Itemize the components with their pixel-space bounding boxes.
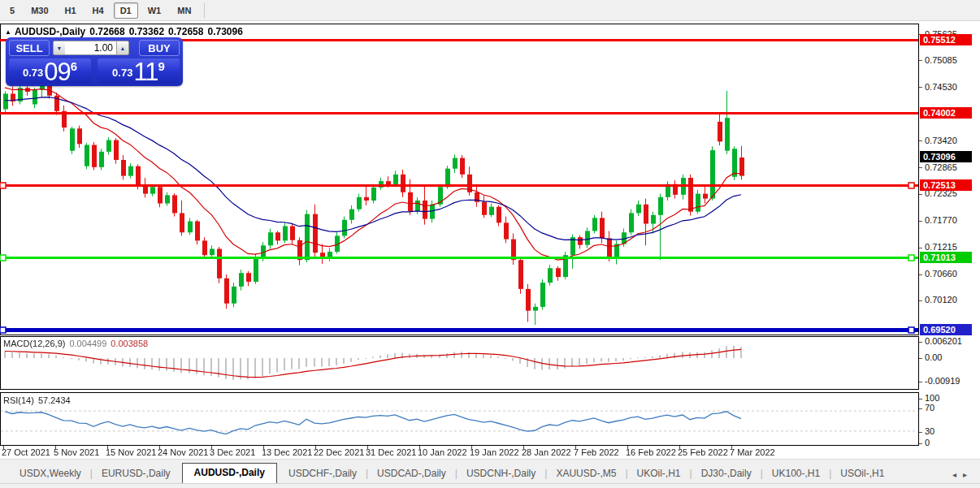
mt4-window: 5M30H1H4D1W1MN ▲AUDUSD-,Daily0.726680.73… bbox=[0, 0, 980, 488]
tab-eurusd-daily[interactable]: EURUSD-,Daily bbox=[93, 464, 179, 483]
sell-price-box[interactable]: 0.73 09 6 bbox=[9, 58, 91, 84]
date-label: 3 Dec 2021 bbox=[210, 447, 255, 457]
chevron-up-icon: ▲ bbox=[120, 45, 126, 51]
date-label: 27 Oct 2021 bbox=[2, 447, 50, 457]
chart-tabs-bar: USDX,Weekly|EURUSD-,DailyAUDUSD-,DailyUS… bbox=[0, 463, 980, 483]
price-scale-label: 0.74530 bbox=[919, 82, 957, 92]
date-label: 19 Jan 2022 bbox=[470, 447, 519, 457]
hline-price-tag-0.71013[interactable]: 0.71013 bbox=[920, 252, 972, 263]
timeframe-button-w1[interactable]: W1 bbox=[141, 2, 168, 19]
timeframe-button-d1[interactable]: D1 bbox=[114, 2, 138, 19]
macd-scale-label: -0.00919 bbox=[919, 376, 960, 386]
price-scale-label: 0.71770 bbox=[919, 215, 957, 225]
current-price-tag: 0.73096 bbox=[920, 151, 972, 162]
ohlc-open: 0.72668 bbox=[89, 26, 124, 37]
tab-ukoil-h1[interactable]: UKOil-,H1 bbox=[629, 464, 689, 483]
sell-price-prefix: 0.73 bbox=[23, 67, 43, 79]
hline-price-tag-0.72513[interactable]: 0.72513 bbox=[920, 179, 972, 191]
rsi-scale-label: 100 bbox=[919, 393, 939, 403]
date-label: 22 Dec 2021 bbox=[314, 447, 364, 457]
volume-down-button[interactable]: ▼ bbox=[53, 41, 66, 55]
rsi-scale-label: 0 bbox=[919, 438, 930, 447]
volume-input[interactable] bbox=[65, 41, 117, 55]
tab-usdx-weekly[interactable]: USDX,Weekly bbox=[11, 464, 89, 483]
tab-uk100-h1[interactable]: UK100-,H1 bbox=[764, 464, 828, 483]
collapse-panel-icon[interactable]: ▲ bbox=[5, 28, 11, 36]
status-bar bbox=[0, 483, 980, 488]
chevron-down-icon: ▼ bbox=[57, 45, 63, 51]
tab-usdcad-daily[interactable]: USDCAD-,Daily bbox=[369, 464, 454, 483]
chart-symbol: AUDUSD-,Daily bbox=[15, 26, 85, 37]
rsi-indicator-label: RSI(14)57.2434 bbox=[3, 395, 71, 405]
hline-price-tag-0.74002[interactable]: 0.74002 bbox=[920, 107, 972, 119]
rsi-name: RSI(14) bbox=[3, 395, 34, 405]
chart-title: ▲AUDUSD-,Daily0.726680.733620.726580.730… bbox=[5, 26, 247, 37]
chart-canvas[interactable] bbox=[0, 24, 919, 459]
timeframe-button-m30[interactable]: M30 bbox=[24, 2, 54, 19]
rsi-scale-label: 30 bbox=[919, 426, 934, 436]
timeframe-button-h4[interactable]: H4 bbox=[86, 2, 111, 19]
date-label: 24 Nov 2021 bbox=[158, 447, 208, 457]
date-label: 31 Dec 2021 bbox=[366, 447, 416, 457]
buy-price-pip: 9 bbox=[158, 59, 165, 73]
tab-scroll-right-icon[interactable]: ▸ bbox=[963, 470, 973, 479]
toolbar-separator bbox=[204, 3, 205, 18]
macd-scale-label: 0.00 bbox=[919, 352, 942, 362]
sell-price-big: 09 bbox=[44, 62, 70, 82]
tab-usoil-h1[interactable]: USOil-,H1 bbox=[832, 464, 892, 483]
buy-price-box[interactable]: 0.73 11 9 bbox=[98, 58, 180, 84]
tab-usdchf-daily[interactable]: USDCHF-,Daily bbox=[280, 464, 365, 483]
ohlc-low: 0.72658 bbox=[168, 26, 203, 37]
date-label: 13 Dec 2021 bbox=[262, 447, 312, 457]
buy-price-big: 11 bbox=[133, 62, 158, 82]
buy-button[interactable]: BUY bbox=[139, 40, 180, 56]
sell-button[interactable]: SELL bbox=[9, 40, 50, 56]
date-label: 7 Feb 2022 bbox=[574, 447, 619, 457]
date-label: 16 Feb 2022 bbox=[626, 447, 676, 457]
macd-value: 0.004499 bbox=[69, 339, 106, 348]
ohlc-high: 0.73362 bbox=[129, 26, 164, 37]
date-label: 15 Nov 2021 bbox=[106, 447, 156, 457]
price-axis: 0.756250.750850.745300.734200.728650.723… bbox=[919, 24, 980, 459]
tab-usdcnh-daily[interactable]: USDCNH-,Daily bbox=[458, 464, 544, 483]
tab-xauusd-m5[interactable]: XAUUSD-,M5 bbox=[548, 464, 624, 483]
tab-audusd-daily[interactable]: AUDUSD-,Daily bbox=[182, 463, 277, 483]
macd-scale-label: 0.006201 bbox=[919, 336, 962, 346]
hline-price-tag-0.75512[interactable]: 0.75512 bbox=[920, 34, 972, 45]
date-label: 5 Nov 2021 bbox=[54, 447, 99, 457]
date-label: 10 Jan 2022 bbox=[418, 447, 467, 457]
volume-up-button[interactable]: ▲ bbox=[116, 41, 129, 55]
rsi-scale-label: 70 bbox=[919, 403, 934, 412]
tab-scroll-arrows: ◂▸ bbox=[952, 470, 973, 479]
rsi-value: 57.2434 bbox=[38, 395, 71, 405]
price-scale-label: 0.72865 bbox=[919, 162, 957, 172]
macd-signal-value: 0.003858 bbox=[111, 339, 148, 348]
macd-indicator-label: MACD(12,26,9)0.0044990.003858 bbox=[3, 339, 148, 348]
hline-price-tag-0.69520[interactable]: 0.69520 bbox=[920, 324, 972, 335]
one-click-trading-panel: SELL ▼ ▲ BUY 0.73 09 6 0.73 11 9 bbox=[6, 37, 183, 86]
timeframe-toolbar: 5M30H1H4D1W1MN bbox=[0, 0, 980, 21]
timeframe-button-mn[interactable]: MN bbox=[171, 2, 197, 19]
price-scale-label: 0.75085 bbox=[919, 55, 957, 65]
tab-dj30-daily[interactable]: DJ30-,Daily bbox=[693, 464, 760, 483]
date-label: 25 Feb 2022 bbox=[678, 447, 728, 457]
date-label: 7 Mar 2022 bbox=[730, 447, 775, 457]
price-scale-label: 0.73420 bbox=[919, 136, 957, 145]
price-scale-label: 0.71215 bbox=[919, 242, 957, 252]
date-label: 28 Jan 2022 bbox=[522, 447, 571, 457]
timeframe-button-h1[interactable]: H1 bbox=[59, 2, 83, 19]
sell-price-pip: 6 bbox=[71, 59, 77, 73]
chart-window: ▲AUDUSD-,Daily0.726680.733620.726580.730… bbox=[0, 24, 980, 459]
macd-name: MACD(12,26,9) bbox=[3, 339, 65, 348]
ohlc-close: 0.73096 bbox=[207, 26, 242, 37]
price-scale-label: 0.70660 bbox=[919, 269, 957, 279]
timeframe-button-5[interactable]: 5 bbox=[3, 2, 21, 19]
tab-scroll-left-icon[interactable]: ◂ bbox=[952, 470, 963, 479]
buy-price-prefix: 0.73 bbox=[112, 67, 132, 79]
price-scale-label: 0.70120 bbox=[919, 295, 957, 304]
